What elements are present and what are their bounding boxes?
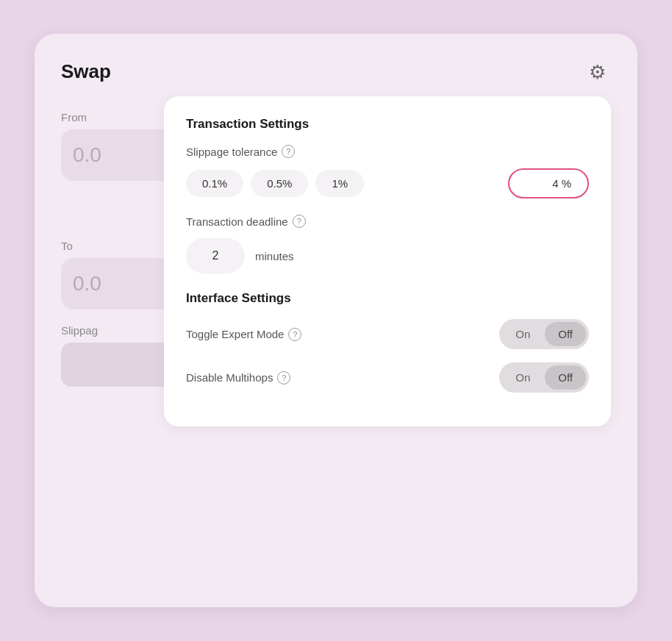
slippage-btn-0[interactable]: 0.1%: [186, 170, 243, 197]
deadline-row: minutes: [186, 238, 589, 273]
expert-mode-label: Toggle Expert Mode ?: [186, 328, 301, 341]
settings-panel: Transaction Settings Slippage tolerance …: [164, 96, 611, 426]
main-content: From 0.0 To 0.0 Slippag Transaction Sett…: [61, 104, 611, 387]
expert-mode-off[interactable]: Off: [545, 322, 586, 346]
expert-mode-row: Toggle Expert Mode ? On Off: [186, 319, 589, 349]
multihops-row: Disable Multihops ? On Off: [186, 362, 589, 393]
slippage-help-icon[interactable]: ?: [282, 145, 295, 158]
to-value: 0.0: [73, 272, 101, 296]
slippage-label-text: Slippage tolerance: [186, 146, 277, 158]
outer-card: Swap ⚙ From 0.0 To 0.0 Slippag Transacti…: [35, 34, 637, 607]
slippage-btn-1[interactable]: 0.5%: [251, 170, 308, 197]
deadline-unit: minutes: [255, 250, 294, 262]
expert-mode-label-text: Toggle Expert Mode: [186, 328, 284, 340]
expert-mode-toggle[interactable]: On Off: [499, 319, 589, 349]
expert-mode-help-icon[interactable]: ?: [288, 328, 301, 341]
transaction-settings-title: Transaction Settings: [186, 117, 589, 132]
slippage-label-row: Slippage tolerance ?: [186, 145, 589, 158]
deadline-help-icon[interactable]: ?: [293, 215, 306, 228]
deadline-label-text: Transaction deadline: [186, 215, 288, 228]
multihops-label-text: Disable Multihops: [186, 371, 273, 384]
page-title: Swap: [61, 60, 111, 83]
multihops-help-icon[interactable]: ?: [277, 371, 290, 384]
slippage-btn-2[interactable]: 1%: [315, 170, 364, 197]
multihops-off[interactable]: Off: [545, 365, 586, 390]
multihops-on[interactable]: On: [502, 365, 543, 390]
multihops-label: Disable Multihops ?: [186, 371, 290, 384]
header: Swap ⚙: [61, 60, 611, 83]
multihops-toggle[interactable]: On Off: [499, 362, 589, 393]
expert-mode-on[interactable]: On: [502, 322, 543, 346]
deadline-input[interactable]: [186, 238, 245, 273]
from-value: 0.0: [73, 143, 101, 167]
gear-icon[interactable]: ⚙: [589, 61, 611, 83]
slippage-custom-btn[interactable]: 4 %: [508, 168, 589, 198]
deadline-label-row: Transaction deadline ?: [186, 215, 589, 228]
slippage-buttons-row: 0.1% 0.5% 1% 4 %: [186, 168, 589, 198]
interface-settings-title: Interface Settings: [186, 291, 589, 306]
